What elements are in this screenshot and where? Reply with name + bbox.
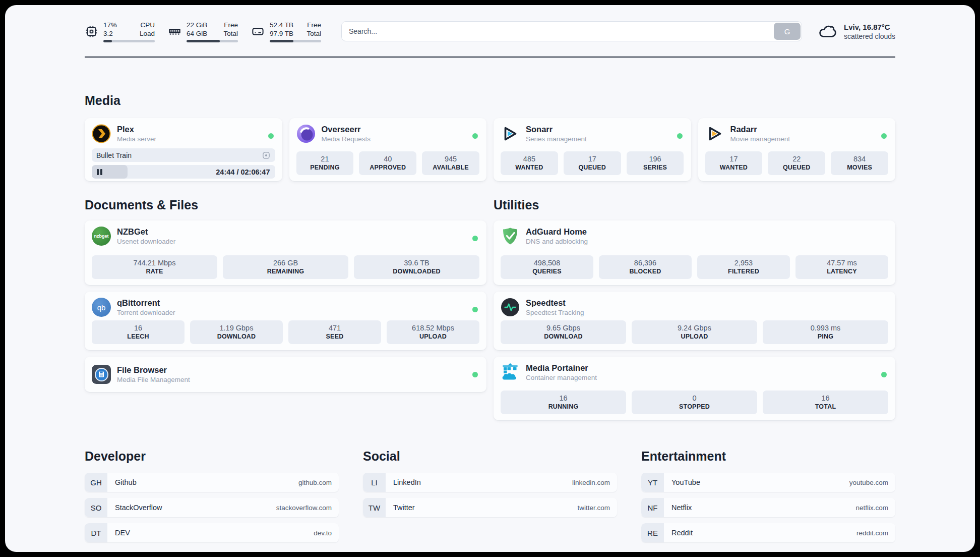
cpu-label: CPU [140,21,155,29]
stat-label: QUERIES [503,268,591,275]
app-title: Sonarr [526,124,587,134]
search-bar: G [341,21,802,41]
app-description: DNS and adblocking [526,237,588,246]
disk-icon [251,25,265,38]
stat-label: FILTERED [699,268,788,275]
stat-value: 0 [634,394,755,402]
bookmark-url: youtube.com [849,473,895,492]
card-adguard[interactable]: AdGuard Home DNS and adblocking 498,508Q… [494,220,895,285]
stat-label: STOPPED [634,403,755,410]
card-overseerr[interactable]: Overseerr Media Requests 21PENDING 40APP… [289,118,487,181]
app-description: Media server [117,135,156,143]
bookmark-stackoverflow[interactable]: SO StackOverflow stackoverflow.com [85,498,339,517]
app-description: Media Requests [322,135,371,143]
disk-free-value: 52.4 TB [270,21,293,29]
stat-label: AVAILABLE [424,164,477,171]
stat-label: SEED [290,333,379,340]
bookmark-abbr: NF [641,498,664,517]
nzbget-icon: nzbget [92,227,111,246]
card-filebrowser[interactable]: File Browser Media File Management [85,357,486,392]
search-input[interactable] [341,21,802,41]
stat-value: 744.21 Mbps [94,259,215,267]
adguard-icon [501,227,520,246]
status-dot [268,133,274,139]
weather-condition: scattered clouds [844,32,895,40]
stat-label: UPLOAD [389,333,477,340]
bookmark-twitter[interactable]: TW Twitter twitter.com [363,498,617,517]
stat-label: WANTED [707,164,761,171]
status-dot [472,236,478,241]
ram-total-value: 64 GiB [187,29,207,38]
card-radarr[interactable]: Radarr Movie management 17WANTED 22QUEUE… [698,118,896,181]
stat-value: 0.993 ms [765,324,886,332]
card-qbittorrent[interactable]: qb qBittorrent Torrent downloader 16LEEC… [85,292,486,350]
stat-box: 498,508QUERIES [501,255,593,279]
bookmark-url: netflix.com [855,498,895,517]
qbittorrent-icon: qb [92,298,111,317]
stat-label: PING [765,333,886,340]
now-playing-title: Bullet Train [96,151,132,159]
stat-label: PENDING [298,164,352,171]
bookmark-linkedin[interactable]: LI LinkedIn linkedin.com [363,473,617,492]
stat-box: 0STOPPED [632,391,757,414]
weather-location-temp: Lviv, 16.87°C [844,23,895,31]
bookmark-abbr: YT [641,473,664,492]
bookmark-url: linkedin.com [572,473,617,492]
bookmark-name: Twitter [386,498,415,517]
stat-box: 9.24 GbpsUPLOAD [632,320,757,344]
bookmark-reddit[interactable]: RE Reddit reddit.com [641,523,895,542]
bookmark-github[interactable]: GH Github github.com [85,473,339,492]
bookmark-name: LinkedIn [386,473,421,492]
section-title-media: Media [85,93,895,108]
pause-button[interactable] [97,169,102,175]
bookmark-netflix[interactable]: NF Netflix netflix.com [641,498,895,517]
stat-box: 744.21 MbpsRATE [92,255,217,279]
stat-value: 834 [833,155,886,163]
app-title: AdGuard Home [526,227,588,237]
stat-value: 485 [503,155,556,163]
stat-value: 17 [707,155,761,163]
disk-progress-bar [270,40,321,42]
ram-progress-bar [187,40,238,42]
app-description: Container management [526,373,597,382]
card-speedtest[interactable]: Speedtest Speedtest Tracking 9.65 GbpsDO… [494,292,895,350]
ram-total-label: Total [223,29,238,38]
stat-box: 0.993 msPING [763,320,888,344]
bookmark-name: Github [107,473,137,492]
speedtest-icon [501,298,520,317]
stat-value: 498,508 [503,259,591,267]
ram-free-label: Free [224,21,238,29]
playback-time: 24:44 / 02:06:47 [216,168,270,176]
stat-box: 40APPROVED [359,151,416,175]
bookmark-dev[interactable]: DT DEV dev.to [85,523,339,542]
overseerr-icon [296,124,316,143]
topbar-divider [85,57,895,58]
bookmark-url: github.com [298,473,339,492]
app-title: File Browser [117,365,190,375]
stat-value: 1.19 Gbps [192,324,281,332]
bookmark-youtube[interactable]: YT YouTube youtube.com [641,473,895,492]
card-nzbget[interactable]: nzbget NZBGet Usenet downloader 744.21 M… [85,220,486,285]
disk-total-value: 97.9 TB [270,29,293,38]
session-device-icon[interactable] [262,151,271,160]
section-title-utilities: Utilities [494,197,895,212]
card-plex[interactable]: Plex Media server Bullet Train 24:44 / 0… [85,118,282,181]
stat-value: 17 [566,155,619,163]
card-portainer[interactable]: Media Portainer Container management 16R… [494,357,895,420]
bookmark-name: Reddit [664,523,693,542]
stat-box: 9.65 GbpsDOWNLOAD [501,320,626,344]
stat-box: 17WANTED [705,151,763,175]
app-title: Media Portainer [526,363,597,373]
stat-label: BLOCKED [601,268,690,275]
stat-label: WANTED [503,164,556,171]
stat-label: QUEUED [770,164,823,171]
search-engine-button[interactable]: G [774,23,801,40]
cpu-progress-bar [103,40,155,42]
stat-box: 834MOVIES [831,151,888,175]
card-sonarr[interactable]: Sonarr Series management 485WANTED 17QUE… [494,118,691,181]
stat-box: 39.6 TBDOWNLOADED [354,255,479,279]
cpu-icon [85,25,98,38]
bookmark-url: reddit.com [856,523,895,542]
now-playing-row: Bullet Train [92,148,275,162]
cpu-stat: 17%CPU 3.2Load [85,21,155,42]
